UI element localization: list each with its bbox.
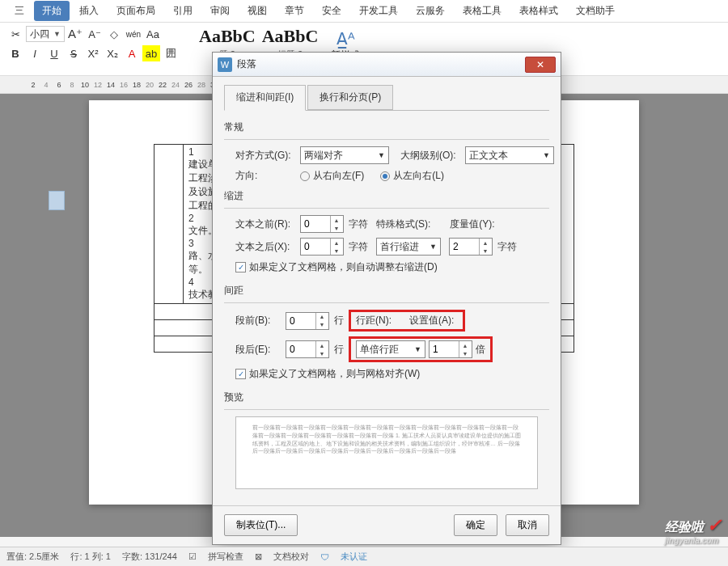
cancel-button[interactable]: 取消 <box>506 514 549 536</box>
format-painter-icon[interactable]: ✂ <box>6 26 24 42</box>
direction-ltr-radio[interactable]: 从左向右(L) <box>380 169 444 183</box>
tab-line-page-break[interactable]: 换行和分页(P) <box>307 85 393 110</box>
status-indent: 置值: 2.5厘米 <box>6 551 59 563</box>
tab-page-layout[interactable]: 页面布局 <box>108 1 163 21</box>
after-text-spinner[interactable]: ▲▼ <box>300 238 344 256</box>
auto-adjust-indent-checkbox[interactable]: ✓如果定义了文档网格，则自动调整右缩进(D) <box>235 260 549 274</box>
direction-label: 方向: <box>235 169 295 183</box>
general-section-label: 常规 <box>224 120 549 134</box>
shield-icon[interactable]: 🛡 <box>320 552 329 562</box>
line-spacing-label: 行距(N): <box>356 314 396 327</box>
char-border-button[interactable]: 囲 <box>162 45 180 61</box>
highlight-button[interactable]: ab <box>142 45 160 61</box>
tab-start[interactable]: 开始 <box>34 1 70 21</box>
paragraph-dialog: W 段落 ✕ 缩进和间距(I) 换行和分页(P) 常规 对齐方式(G): 两端对… <box>212 52 561 545</box>
new-style-icon: A̲ᴬ <box>331 29 360 49</box>
before-text-label: 文本之前(R): <box>235 218 295 231</box>
dialog-title: 段落 <box>237 57 256 71</box>
after-para-spinner[interactable]: ▲▼ <box>286 340 329 358</box>
tab-reference[interactable]: 引用 <box>165 1 201 21</box>
indent-section-label: 缩进 <box>224 189 549 203</box>
style-sample: AaBbC <box>262 26 319 47</box>
outline-level-select[interactable]: 正文文本▼ <box>465 146 554 164</box>
tab-doc-helper[interactable]: 文档助手 <box>568 1 623 21</box>
clear-format-button[interactable]: ◇ <box>105 26 123 42</box>
italic-button[interactable]: I <box>26 45 44 61</box>
style-sample: AaBbC <box>199 26 256 47</box>
tab-view[interactable]: 视图 <box>239 1 275 21</box>
tab-insert[interactable]: 插入 <box>71 1 107 21</box>
preview-section-label: 预览 <box>224 391 549 404</box>
line-unit: 行 <box>334 314 344 327</box>
snap-to-grid-checkbox[interactable]: ✓如果定义了文档网格，则与网格对齐(W) <box>235 367 549 381</box>
table-cell[interactable] <box>154 145 184 304</box>
grow-font-button[interactable]: A⁺ <box>66 26 84 42</box>
change-case-button[interactable]: Aa <box>144 26 162 42</box>
measure-label: 度量值(Y): <box>450 218 494 231</box>
underline-button[interactable]: U <box>45 45 63 61</box>
strikethrough-button[interactable]: S̶ <box>65 45 83 61</box>
font-color-button[interactable]: A <box>123 45 141 61</box>
after-para-label: 段后(E): <box>235 343 281 357</box>
tab-dev-tools[interactable]: 开发工具 <box>351 1 406 21</box>
file-menu[interactable]: 三 <box>6 1 32 21</box>
tab-chapter[interactable]: 章节 <box>277 1 312 21</box>
line-unit: 行 <box>334 343 344 357</box>
status-word-count[interactable]: 字数: 131/244 <box>122 551 177 563</box>
status-spellcheck[interactable]: 拼写检查 <box>208 551 243 563</box>
measure-spinner[interactable]: ▲▼ <box>449 238 493 256</box>
status-position: 行: 1 列: 1 <box>70 551 111 563</box>
superscript-button[interactable]: X² <box>84 45 102 61</box>
spellcheck-icon[interactable]: ☑ <box>188 551 197 562</box>
ok-button[interactable]: 确定 <box>454 514 497 536</box>
before-para-spinner[interactable]: ▲▼ <box>286 312 329 330</box>
tab-cloud[interactable]: 云服务 <box>408 1 453 21</box>
alignment-label: 对齐方式(G): <box>235 149 295 163</box>
close-button[interactable]: ✕ <box>525 57 556 73</box>
shrink-font-button[interactable]: A⁻ <box>86 26 104 42</box>
outline-level-label: 大纲级别(O): <box>400 149 460 163</box>
tab-security[interactable]: 安全 <box>314 1 349 21</box>
direction-rtl-radio[interactable]: 从右向左(F) <box>300 169 364 183</box>
special-format-select[interactable]: 首行缩进▼ <box>376 238 441 256</box>
page-nav-icon[interactable] <box>49 191 65 210</box>
bold-button[interactable]: B <box>6 45 24 61</box>
spacing-section-label: 间距 <box>224 284 549 298</box>
app-icon: W <box>218 57 232 72</box>
times-unit: 倍 <box>476 343 485 357</box>
tab-table-tools[interactable]: 表格工具 <box>455 1 510 21</box>
phonetic-guide-button[interactable]: wén <box>125 26 142 42</box>
set-value-spinner[interactable]: ▲▼ <box>429 340 472 358</box>
tab-stops-button[interactable]: 制表位(T)... <box>224 514 298 536</box>
subscript-button[interactable]: X₂ <box>104 45 121 61</box>
special-format-label: 特殊格式(S): <box>376 218 430 231</box>
font-size-select[interactable]: 小四▼ <box>26 26 65 42</box>
before-para-label: 段前(B): <box>235 314 281 327</box>
status-proof[interactable]: 文档校对 <box>273 551 309 563</box>
before-text-spinner[interactable]: ▲▼ <box>300 215 344 233</box>
watermark: 经验啦 ✓ jingyanla.com <box>665 515 722 545</box>
tab-review[interactable]: 审阅 <box>202 1 238 21</box>
status-auth[interactable]: 未认证 <box>341 551 367 563</box>
checkmark-icon: ✓ <box>707 515 722 535</box>
preview-panel: 前一段落前一段落前一段落前一段落前一段落前一段落前一段落前一段落前一段落前一段落… <box>235 416 538 489</box>
alignment-select[interactable]: 两端对齐▼ <box>300 146 389 164</box>
char-unit: 字符 <box>349 218 368 231</box>
char-unit: 字符 <box>497 240 517 254</box>
chevron-down-icon: ▼ <box>53 30 61 38</box>
tab-table-styles[interactable]: 表格样式 <box>511 1 566 21</box>
set-value-label: 设置值(A): <box>409 314 458 327</box>
line-spacing-select[interactable]: 单倍行距▼ <box>356 340 425 358</box>
after-text-label: 文本之后(X): <box>235 240 295 254</box>
tab-indent-spacing[interactable]: 缩进和间距(I) <box>224 85 306 111</box>
char-unit: 字符 <box>349 240 368 254</box>
proof-icon[interactable]: ⊠ <box>255 551 262 562</box>
font-size-value: 小四 <box>30 27 49 41</box>
